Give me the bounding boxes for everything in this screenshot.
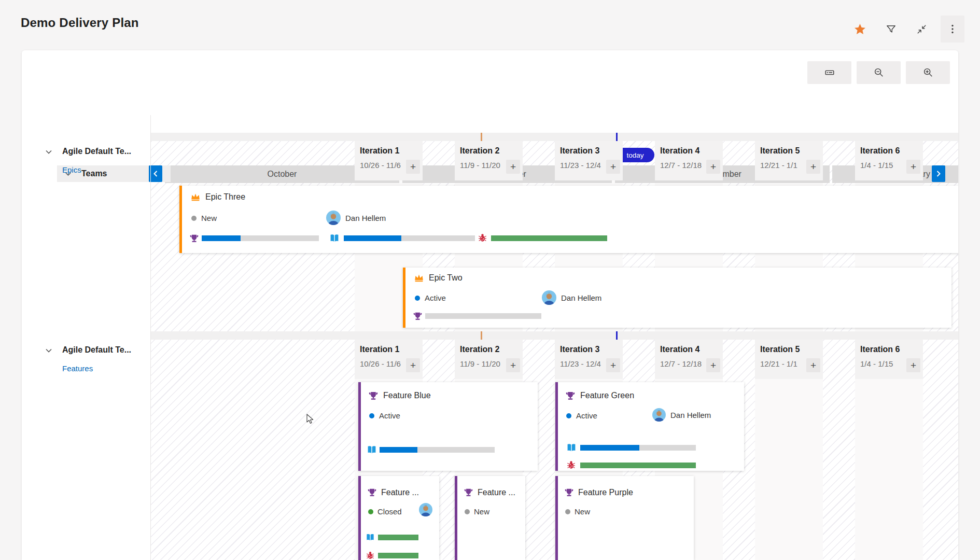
add-item-button[interactable]: + <box>506 358 520 372</box>
bug-progress-bar <box>580 463 696 468</box>
strip-top <box>150 133 958 141</box>
iteration-dates: 10/26 - 11/6 <box>360 161 401 170</box>
iteration-header-3: Iteration 3 11/23 - 12/4 + <box>555 141 623 180</box>
status-dot <box>369 413 374 418</box>
iteration-dates: 12/21 - 1/1 <box>760 359 797 368</box>
add-item-button[interactable]: + <box>606 358 620 372</box>
card-feature-purple[interactable]: Feature Purple New <box>555 476 694 560</box>
team-1-backlog-link[interactable]: Epics <box>62 165 81 174</box>
card-title: Feature Purple <box>578 488 633 497</box>
card-title: Feature Green <box>580 391 634 400</box>
card-assignee: Dan Hellem <box>345 214 386 222</box>
card-status: New <box>201 214 217 222</box>
iteration-header-5: Iteration 5 12/21 - 1/1 + <box>755 141 823 180</box>
delivery-plan-app: Demo Delivery Plan <box>0 0 980 560</box>
chevron-down-icon[interactable] <box>45 346 53 355</box>
favorite-star-icon[interactable] <box>853 23 866 36</box>
iteration-name: Iteration 1 <box>360 345 399 354</box>
book-progress-fill <box>344 235 401 241</box>
add-item-button[interactable]: + <box>406 358 420 372</box>
iteration-name: Iteration 5 <box>760 146 800 156</box>
add-item-button[interactable]: + <box>906 160 920 174</box>
epic-crown-icon <box>414 273 424 283</box>
add-item-button[interactable]: + <box>706 358 720 372</box>
card-settings-button[interactable] <box>807 61 851 84</box>
add-item-button[interactable]: + <box>606 160 620 174</box>
scroll-right-button[interactable] <box>932 165 945 182</box>
zoom-in-icon <box>922 67 934 78</box>
chevron-down-icon[interactable] <box>45 148 53 156</box>
iteration-header-6: Iteration 6 1/4 - 1/15 + <box>855 141 923 180</box>
iteration-dates: 11/23 - 12/4 <box>560 359 601 368</box>
collapse-icon[interactable] <box>916 23 928 35</box>
book-icon <box>566 442 577 453</box>
card-status: Active <box>425 293 446 302</box>
team-2-backlog-link[interactable]: Features <box>62 364 93 373</box>
card-title: Epic Three <box>205 192 245 202</box>
add-item-button[interactable]: + <box>706 160 720 174</box>
book-progress-fill <box>580 445 639 451</box>
book-progress-bar <box>380 447 495 453</box>
iteration-dates: 1/4 - 1/15 <box>860 359 893 368</box>
filter-icon[interactable] <box>885 23 897 35</box>
card-status: New <box>575 507 590 516</box>
iteration-name: Iteration 3 <box>560 146 599 156</box>
iteration-header-6: Iteration 6 1/4 - 1/15 + <box>855 340 923 379</box>
iteration-header-4: Iteration 4 12/7 - 12/18 + <box>655 141 723 180</box>
card-title: Feature ... <box>381 488 419 497</box>
bug-icon <box>566 460 576 470</box>
iteration-header-5: Iteration 5 12/21 - 1/1 + <box>755 340 823 379</box>
strip-between-teams <box>150 331 958 340</box>
card-assignee: Dan Hellem <box>561 293 601 302</box>
book-progress-bar <box>580 445 696 451</box>
card-feature-closed[interactable]: Feature ... Closed <box>358 476 439 560</box>
book-progress-fill <box>378 535 418 540</box>
zoom-out-button[interactable] <box>857 61 901 84</box>
trophy-progress-bar <box>202 235 319 241</box>
trophy-icon <box>189 233 199 243</box>
add-item-button[interactable]: + <box>806 160 820 174</box>
status-dot <box>415 296 420 301</box>
avatar <box>419 503 432 516</box>
add-item-button[interactable]: + <box>806 358 820 372</box>
card-feature-green[interactable]: Feature Green Active Dan Hellem <box>555 382 744 471</box>
book-progress-bar <box>378 535 418 540</box>
book-progress-fill <box>380 447 417 453</box>
iteration-name: Iteration 4 <box>660 345 699 354</box>
add-item-button[interactable]: + <box>506 160 520 174</box>
chevron-left-icon <box>152 170 159 177</box>
card-settings-icon <box>824 67 835 78</box>
card-status: New <box>474 507 489 516</box>
marker-test-tick <box>481 331 482 340</box>
more-options-button[interactable] <box>941 16 964 43</box>
card-feature-blue[interactable]: Feature Blue Active <box>358 382 538 471</box>
avatar <box>326 211 341 225</box>
bug-icon <box>366 551 375 560</box>
add-item-button[interactable]: + <box>906 358 920 372</box>
card-status: Active <box>576 411 597 420</box>
card-epic-two[interactable]: Epic Two Active Dan Hellem <box>403 268 951 328</box>
marker-today-tick <box>616 133 618 141</box>
iteration-dates: 10/26 - 11/6 <box>360 359 401 368</box>
teams-pane-title: Teams <box>81 169 107 178</box>
iteration-name: Iteration 6 <box>860 146 900 156</box>
zoom-in-button[interactable] <box>906 61 950 84</box>
iteration-name: Iteration 1 <box>360 146 399 156</box>
iteration-name: Iteration 4 <box>660 146 699 156</box>
iteration-header-4: Iteration 4 12/7 - 12/18 + <box>655 340 723 379</box>
card-title: Feature Blue <box>383 391 431 400</box>
book-progress-bar <box>344 235 475 241</box>
avatar <box>542 290 556 305</box>
card-title: Epic Two <box>429 273 463 283</box>
add-item-button[interactable]: + <box>406 160 420 174</box>
sidebar-divider <box>150 115 151 560</box>
book-icon <box>367 444 377 455</box>
iteration-name: Iteration 2 <box>460 146 499 156</box>
trophy-icon <box>367 487 377 497</box>
iteration-dates: 12/7 - 12/18 <box>660 161 702 170</box>
card-epic-three[interactable]: Epic Three New Dan Hellem <box>179 186 958 253</box>
status-dot <box>191 216 197 221</box>
trophy-icon <box>368 390 379 401</box>
status-dot <box>566 413 571 418</box>
card-feature-new[interactable]: Feature ... New <box>455 476 525 560</box>
